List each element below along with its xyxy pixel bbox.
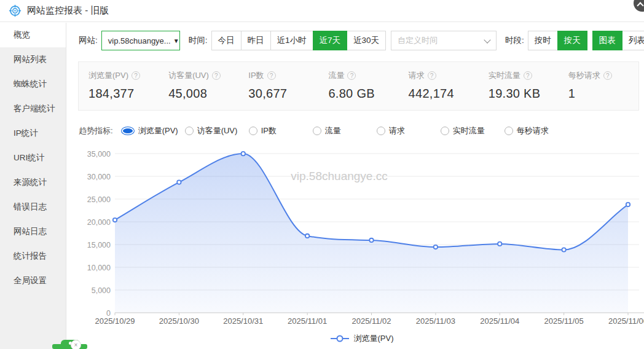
x-axis-tick-label: 2025/11/03 [416, 316, 455, 326]
sidebar-item-0[interactable]: 概览 [0, 23, 66, 47]
trend-metric-label: 趋势指标: [79, 125, 113, 136]
trend-option-label: IP数 [261, 125, 277, 136]
data-point-marker[interactable] [177, 180, 181, 184]
x-axis-tick-label: 2025/11/05 [544, 316, 584, 326]
help-icon[interactable]: ? [347, 71, 356, 80]
x-axis-tick-label: 2025/11/04 [480, 316, 519, 326]
time-label: 时间: [189, 35, 208, 46]
radio-icon[interactable] [185, 127, 194, 135]
trend-option-3[interactable]: 流量 [313, 125, 377, 136]
custom-time-select[interactable]: 自定义时间 [391, 31, 497, 50]
dropdown-arrow-icon: ▼ [173, 37, 179, 44]
x-axis-tick-label: 2025/11/06 [608, 316, 644, 326]
custom-time-placeholder: 自定义时间 [398, 35, 438, 46]
mascot-close-icon[interactable]: × [71, 340, 81, 349]
stat-card-0: 浏览量(PV)?184,377 [79, 70, 159, 110]
trend-option-4[interactable]: 请求 [377, 125, 441, 136]
stat-label: IP数? [248, 70, 318, 81]
radio-icon[interactable] [313, 127, 321, 135]
radio-icon[interactable] [377, 127, 385, 135]
x-axis-tick-label: 2025/10/31 [223, 316, 263, 326]
sidebar-item-8[interactable]: 网站日志 [0, 219, 66, 244]
data-point-marker[interactable] [305, 234, 309, 238]
stat-label-text: 请求 [409, 70, 425, 81]
data-point-marker[interactable] [242, 152, 245, 155]
site-select-value: vip.58chuangye... [108, 36, 171, 45]
time-range-button-0[interactable]: 今日 [211, 31, 242, 50]
stats-summary-panel: 浏览量(PV)?184,377访客量(UV)?45,008IP数?30,677流… [78, 61, 639, 111]
trend-option-6[interactable]: 每秒请求 [505, 125, 568, 136]
period-button-1[interactable]: 按天 [557, 31, 587, 50]
sidebar-item-10[interactable]: 全局设置 [0, 269, 66, 293]
time-range-button-3[interactable]: 近7天 [313, 31, 348, 50]
help-icon[interactable]: ? [132, 71, 140, 80]
radio-icon[interactable] [249, 127, 257, 135]
stat-card-2: IP数?30,677 [238, 70, 318, 110]
sidebar-item-3[interactable]: 客户端统计 [0, 96, 66, 121]
data-point-marker[interactable] [498, 242, 501, 246]
time-range-button-2[interactable]: 近1小时 [270, 31, 313, 50]
radio-icon[interactable] [505, 127, 513, 135]
x-axis-tick-label: 2025/11/02 [351, 316, 391, 326]
sidebar-item-2[interactable]: 蜘蛛统计 [0, 72, 66, 96]
legend-label: 浏览量(PV) [354, 333, 394, 344]
help-icon[interactable]: ? [267, 71, 276, 80]
data-point-marker[interactable] [113, 218, 117, 222]
stat-label-text: 每秒请求 [568, 70, 600, 81]
stat-value: 30,677 [248, 87, 318, 101]
toolbar: 网站: vip.58chuangye... ▼ 时间: 今日昨日近1小时近7天近… [79, 31, 644, 50]
site-select[interactable]: vip.58chuangye... ▼ [101, 31, 180, 50]
x-axis-tick-label: 2025/10/30 [159, 316, 199, 326]
app-logo-icon [9, 4, 22, 17]
y-axis-tick-label: 30,000 [87, 173, 111, 181]
help-icon[interactable]: ? [212, 71, 221, 80]
stat-value: 6.80 GB [328, 87, 398, 101]
time-range-button-1[interactable]: 昨日 [241, 31, 271, 50]
help-icon[interactable]: ? [603, 71, 612, 80]
sidebar-item-7[interactable]: 错误日志 [0, 195, 66, 219]
view-mode-button-1[interactable]: 列表 [622, 31, 644, 50]
time-range-button-4[interactable]: 近30天 [347, 31, 386, 50]
radio-selected-icon[interactable] [121, 127, 135, 135]
stat-card-6: 每秒请求?1 [559, 70, 638, 110]
trend-option-0[interactable]: 浏览量(PV) [121, 125, 185, 136]
period-button-0[interactable]: 按时 [528, 31, 558, 50]
page-title: 网站监控报表 - 旧版 [27, 5, 109, 17]
y-axis-tick-label: 20,000 [87, 218, 111, 227]
help-icon[interactable]: ? [428, 71, 436, 80]
y-axis-tick-label: 15,000 [87, 241, 111, 249]
stat-label: 浏览量(PV)? [88, 70, 159, 81]
stat-card-4: 请求?442,174 [399, 70, 479, 110]
trend-option-label: 实时流量 [453, 125, 485, 136]
sidebar-item-9[interactable]: 统计报告 [0, 244, 66, 269]
sidebar-item-1[interactable]: 网站列表 [0, 47, 66, 72]
trend-option-label: 每秒请求 [517, 125, 549, 136]
data-point-marker[interactable] [562, 248, 565, 251]
stat-label: 访客量(UV)? [168, 70, 238, 81]
trend-option-1[interactable]: 访客量(UV) [185, 125, 249, 136]
data-point-marker[interactable] [369, 238, 373, 242]
trend-option-label: 访客量(UV) [197, 125, 238, 136]
radio-icon[interactable] [441, 127, 449, 135]
stat-value: 184,377 [88, 87, 159, 101]
sidebar: 概览网站列表蜘蛛统计客户端统计IP统计URI统计来源统计错误日志网站日志统计报告… [0, 23, 66, 349]
data-point-marker[interactable] [434, 245, 438, 249]
view-button-group: 图表列表 [592, 31, 644, 50]
stat-label-text: 实时流量 [489, 70, 520, 81]
site-label: 网站: [79, 35, 98, 46]
data-point-marker[interactable] [626, 203, 630, 206]
stat-label: 请求? [409, 70, 479, 81]
stat-label: 每秒请求? [568, 70, 638, 81]
sidebar-item-6[interactable]: 来源统计 [0, 170, 66, 195]
y-axis-tick-label: 25,000 [87, 195, 111, 204]
trend-option-5[interactable]: 实时流量 [441, 125, 505, 136]
trend-option-label: 浏览量(PV) [138, 125, 178, 136]
help-icon[interactable]: ? [524, 71, 532, 80]
trend-option-label: 请求 [389, 125, 405, 136]
stat-card-3: 流量?6.80 GB [318, 70, 398, 110]
sidebar-item-5[interactable]: URI统计 [0, 146, 66, 170]
chart-legend-item[interactable]: 浏览量(PV) [80, 333, 644, 344]
view-mode-button-0[interactable]: 图表 [592, 31, 622, 50]
trend-option-2[interactable]: IP数 [249, 125, 313, 136]
sidebar-item-4[interactable]: IP统计 [0, 121, 66, 146]
